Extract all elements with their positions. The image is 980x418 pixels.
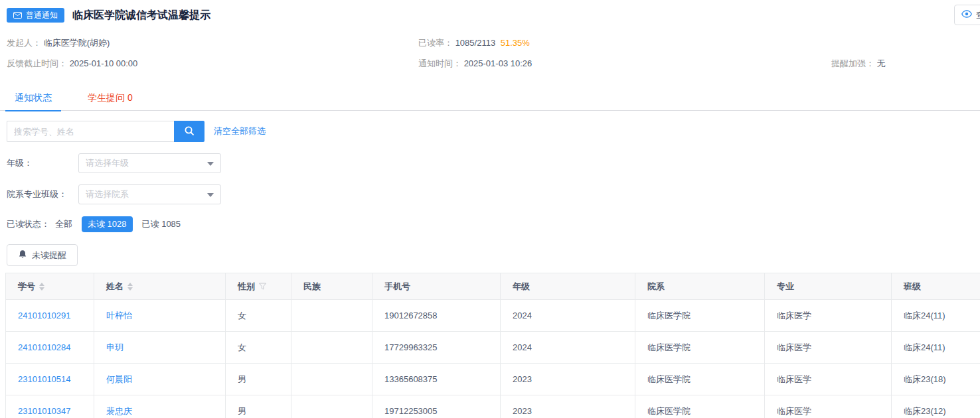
cell-major: 临床医学 (765, 300, 892, 332)
dept-select-placeholder: 请选择院系 (86, 188, 129, 200)
search-input[interactable] (7, 121, 174, 142)
col-header-dept: 院系 (635, 273, 765, 300)
clear-filters-link[interactable]: 清空全部筛选 (214, 125, 266, 137)
read-status-unread[interactable]: 未读 1028 (82, 216, 133, 232)
filter-funnel-icon[interactable] (259, 282, 266, 292)
title-row: 普通通知 临床医学院诚信考试温馨提示 (7, 7, 980, 24)
notice-type-label: 普通通知 (26, 10, 58, 21)
grade-filter-label: 年级： (7, 157, 78, 169)
grade-select-placeholder: 请选择年级 (86, 157, 129, 169)
initiator-value: 临床医学院(胡婷) (44, 38, 110, 48)
notification-detail-page: 普通通知 临床医学院诚信考试温馨提示 查看 发起人： 临床医学院(胡婷) 已读率… (0, 0, 980, 418)
read-status-label: 已读状态： (7, 218, 50, 230)
col-header-major: 专业 (765, 273, 892, 300)
sort-icon[interactable] (39, 283, 44, 291)
grade-select[interactable]: 请选择年级 (78, 153, 221, 173)
initiator-label: 发起人： (7, 38, 41, 48)
student-name-link[interactable]: 叶梓怡 (106, 311, 132, 320)
cell-dept: 临床医学院 (635, 395, 765, 418)
cell-phone: 19012672858 (372, 300, 501, 332)
student-id-link[interactable]: 24101010291 (18, 311, 71, 320)
cell-class: 临床24(11) (892, 300, 980, 332)
bell-icon (18, 249, 27, 261)
cell-gender: 男 (226, 364, 291, 395)
page-title: 临床医学院诚信考试温馨提示 (72, 9, 210, 23)
cell-major: 临床医学 (765, 395, 892, 418)
col-header-gender[interactable]: 性别 (226, 273, 291, 300)
feedback-deadline-value: 2025-01-10 00:00 (70, 58, 138, 68)
chevron-down-icon (207, 162, 214, 166)
table-row: 24101010291 叶梓怡 女 19012672858 2024 临床医学院… (6, 300, 980, 332)
cell-ethnicity (291, 364, 372, 395)
cell-dept: 临床医学院 (635, 300, 765, 332)
unread-remind-button[interactable]: 未读提醒 (7, 244, 78, 266)
read-status-all[interactable]: 全部 (55, 218, 72, 230)
cell-phone: 19712253005 (372, 395, 501, 418)
meta-info: 发起人： 临床医学院(胡婷) 已读率： 1085/2113 51.35% 反馈截… (7, 37, 980, 81)
feedback-deadline-field: 反馈截止时间： 2025-01-10 00:00 (7, 58, 137, 70)
sort-icon[interactable] (127, 283, 133, 291)
col-header-ethnicity: 民族 (291, 273, 372, 300)
search-button[interactable] (174, 121, 204, 142)
search-icon (184, 125, 195, 138)
read-rate-percent: 51.35% (501, 38, 530, 48)
student-table-wrap: 学号 姓名 性别 民族 手机号 年级 院系 专业 班级 (5, 273, 980, 418)
student-name-link[interactable]: 申玥 (106, 342, 123, 352)
cell-major: 临床医学 (765, 332, 892, 364)
notify-time-label: 通知时间： (418, 58, 461, 68)
col-header-phone: 手机号 (372, 273, 501, 300)
cell-grade: 2024 (501, 332, 635, 364)
read-status-row: 已读状态： 全部 未读 1028 已读 1085 (7, 216, 980, 232)
table-row: 23101010514 何晨阳 男 13365608375 2023 临床医学院… (6, 364, 980, 395)
tab-student-questions[interactable]: 学生提问 0 (78, 86, 142, 111)
notice-type-badge: 普通通知 (7, 8, 64, 23)
cell-phone: 13365608375 (372, 364, 501, 395)
dept-filter-label: 院系专业班级： (7, 188, 78, 200)
table-row: 24101010284 申玥 女 17729963325 2024 临床医学院 … (6, 332, 980, 364)
cell-class: 临床24(11) (892, 332, 980, 364)
read-rate-value: 1085/2113 (455, 38, 496, 48)
reminder-field: 提醒加强： 无 (831, 58, 886, 70)
student-id-link[interactable]: 24101010284 (18, 342, 71, 352)
cell-phone: 17729963325 (372, 332, 501, 364)
cell-grade: 2024 (501, 300, 635, 332)
view-content-button[interactable]: 查看 (954, 5, 980, 25)
student-table: 学号 姓名 性别 民族 手机号 年级 院系 专业 班级 (5, 273, 980, 418)
col-header-name[interactable]: 姓名 (94, 273, 226, 300)
cell-dept: 临床医学院 (635, 332, 765, 364)
col-header-student-id[interactable]: 学号 (6, 273, 94, 300)
cell-gender: 女 (226, 300, 291, 332)
cell-class: 临床23(12) (892, 395, 980, 418)
cell-major: 临床医学 (765, 364, 892, 395)
notify-time-field: 通知时间： 2025-01-03 10:26 (418, 58, 532, 70)
view-button-label: 查看 (976, 9, 980, 21)
cell-ethnicity (291, 300, 372, 332)
dept-select[interactable]: 请选择院系 (78, 184, 221, 204)
search-row: 清空全部筛选 (7, 121, 980, 142)
cell-dept: 临床医学院 (635, 364, 765, 395)
col-header-grade: 年级 (501, 273, 635, 300)
student-id-link[interactable]: 23101010514 (18, 374, 71, 384)
cell-gender: 女 (226, 332, 291, 364)
feedback-deadline-label: 反馈截止时间： (7, 58, 67, 68)
student-name-link[interactable]: 何晨阳 (106, 374, 132, 384)
tab-bar: 通知状态 学生提问 0 (0, 86, 980, 111)
read-status-read[interactable]: 已读 1085 (142, 218, 181, 230)
grade-filter-row: 年级： 请选择年级 (7, 153, 980, 173)
student-id-link[interactable]: 23101010347 (18, 406, 71, 416)
notify-time-value: 2025-01-03 10:26 (464, 58, 532, 68)
cell-grade: 2023 (501, 364, 635, 395)
read-rate-field: 已读率： 1085/2113 51.35% (418, 37, 530, 49)
reminder-value: 无 (877, 58, 886, 68)
eye-icon (961, 10, 972, 20)
table-header-row: 学号 姓名 性别 民族 手机号 年级 院系 专业 班级 (6, 273, 980, 300)
initiator-field: 发起人： 临床医学院(胡婷) (7, 37, 110, 49)
tab-notify-status[interactable]: 通知状态 (5, 86, 61, 111)
cell-ethnicity (291, 332, 372, 364)
unread-remind-label: 未读提醒 (32, 249, 66, 261)
cell-grade: 2023 (501, 395, 635, 418)
cell-class: 临床23(18) (892, 364, 980, 395)
envelope-icon (13, 12, 22, 19)
student-name-link[interactable]: 裴忠庆 (106, 406, 132, 416)
reminder-label: 提醒加强： (831, 58, 874, 68)
